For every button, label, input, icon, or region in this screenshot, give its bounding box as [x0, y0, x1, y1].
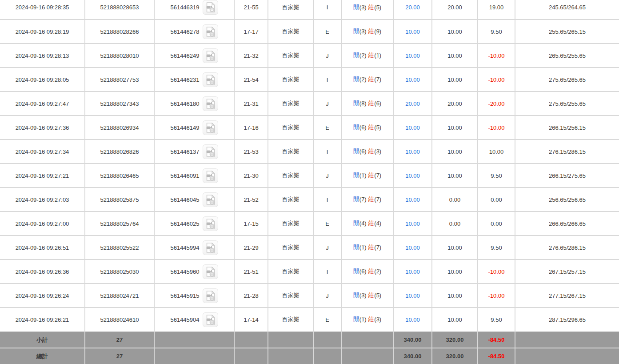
result-banker-score: (6)	[374, 100, 381, 107]
round-id: 561446231	[170, 76, 199, 83]
grand-total-bet-amount: 340.00	[393, 348, 432, 364]
round-id: 561445960	[170, 268, 199, 275]
cell-bet-area: J	[313, 284, 341, 308]
cell-result: 閒(1) 莊(3)	[341, 308, 393, 332]
cell-bet-amount: 10.00	[393, 212, 432, 236]
cell-round: 561446249	[154, 44, 234, 68]
cell-round: 561446137	[154, 140, 234, 164]
result-player-label: 閒	[353, 124, 359, 131]
round-id: 561446180	[170, 100, 199, 107]
bet-amount-link[interactable]: 10.00	[405, 196, 420, 203]
bet-amount-link[interactable]: 20.00	[405, 4, 420, 11]
bet-amount-link[interactable]: 10.00	[405, 244, 420, 251]
bet-amount-link[interactable]: 10.00	[405, 316, 420, 323]
round-id: 561446045	[170, 196, 199, 203]
subtotal-win-loss: -84.50	[478, 332, 515, 348]
cell-bet-amount: 20.00	[393, 92, 432, 116]
bet-amount-link[interactable]: 10.00	[405, 148, 420, 155]
cell-game-type: 百家樂	[268, 212, 313, 236]
bet-history-table-wrap: 2024-09-16 09:28:35 521888028653 5614463…	[0, 0, 619, 364]
video-file-icon	[205, 218, 216, 229]
table-row: 2024-09-16 09:26:51 521888025522 5614459…	[0, 236, 619, 260]
cell-win-loss: -10.00	[478, 284, 515, 308]
round-id: 561445994	[170, 244, 199, 251]
video-replay-button[interactable]	[203, 240, 218, 255]
video-file-icon	[205, 170, 216, 181]
cell-table-round: 17-14	[234, 308, 268, 332]
video-replay-button[interactable]	[203, 192, 218, 207]
bet-amount-link[interactable]: 10.00	[405, 28, 420, 35]
footer-empty-cell	[341, 348, 393, 364]
bet-amount-link[interactable]: 10.00	[405, 52, 420, 59]
video-replay-button[interactable]	[203, 120, 218, 135]
footer-empty-cell	[313, 348, 341, 364]
result-player-label: 閒	[353, 148, 359, 155]
video-replay-button[interactable]	[203, 144, 218, 159]
video-file-icon	[205, 146, 216, 157]
video-replay-button[interactable]	[203, 168, 218, 183]
cell-bet-id: 521888024610	[85, 308, 154, 332]
result-player-score: (2)	[359, 52, 367, 59]
cell-game-type: 百家樂	[268, 20, 313, 44]
result-banker-score: (5)	[374, 124, 381, 131]
cell-bet-id: 521888027753	[85, 68, 154, 92]
result-player-label: 閒	[353, 172, 359, 179]
video-file-icon	[205, 98, 216, 109]
bet-amount-link[interactable]: 10.00	[405, 268, 420, 275]
cell-round: 561445904	[154, 308, 234, 332]
result-banker-label: 莊	[368, 4, 374, 11]
cell-game-type: 百家樂	[268, 44, 313, 68]
cell-result: 閒(1) 莊(7)	[341, 164, 393, 188]
cell-game-type: 百家樂	[268, 188, 313, 212]
result-player-score: (2)	[359, 76, 367, 83]
cell-table-round: 21-31	[234, 92, 268, 116]
cell-bet-time: 2024-09-16 09:28:13	[0, 44, 85, 68]
video-replay-button[interactable]	[203, 288, 218, 303]
cell-bet-id: 521888025875	[85, 188, 154, 212]
bet-amount-link[interactable]: 10.00	[405, 172, 420, 179]
bet-amount-link[interactable]: 10.00	[405, 292, 420, 299]
cell-balance: 245.65/264.65	[515, 0, 619, 20]
result-player-score: (1)	[359, 172, 367, 179]
cell-win-loss: -10.00	[478, 44, 515, 68]
cell-round: 561446045	[154, 188, 234, 212]
subtotal-row: 小計 27 340.00 320.00 -84.50	[0, 332, 619, 348]
cell-result: 閒(2) 莊(1)	[341, 44, 393, 68]
video-file-icon	[205, 242, 216, 253]
cell-bet-area: E	[313, 20, 341, 44]
video-replay-button[interactable]	[203, 96, 218, 111]
result-player-label: 閒	[353, 196, 359, 203]
video-replay-button[interactable]	[203, 216, 218, 231]
cell-balance: 277.15/267.15	[515, 284, 619, 308]
cell-bet-id: 521888028010	[85, 44, 154, 68]
cell-round: 561445915	[154, 284, 234, 308]
cell-bet-id: 521888025764	[85, 212, 154, 236]
cell-game-type: 百家樂	[268, 260, 313, 284]
bet-amount-link[interactable]: 10.00	[405, 220, 420, 227]
video-replay-button[interactable]	[203, 72, 218, 87]
bet-history-table: 2024-09-16 09:28:35 521888028653 5614463…	[0, 0, 619, 364]
subtotal-label: 小計	[0, 332, 85, 348]
video-replay-button[interactable]	[203, 24, 218, 39]
cell-bet-area: I	[313, 0, 341, 20]
cell-bet-time: 2024-09-16 09:26:51	[0, 236, 85, 260]
bet-amount-link[interactable]: 10.00	[405, 76, 420, 83]
cell-valid-bet: 10.00	[432, 140, 478, 164]
bet-amount-link[interactable]: 20.00	[405, 100, 420, 107]
cell-table-round: 21-55	[234, 0, 268, 20]
video-replay-button[interactable]	[203, 0, 218, 15]
video-replay-button[interactable]	[203, 264, 218, 279]
cell-bet-time: 2024-09-16 09:27:03	[0, 188, 85, 212]
video-replay-button[interactable]	[203, 48, 218, 63]
cell-bet-area: E	[313, 308, 341, 332]
cell-bet-amount: 20.00	[393, 0, 432, 20]
result-banker-label: 莊	[368, 244, 374, 251]
result-player-score: (6)	[359, 268, 367, 275]
table-row: 2024-09-16 09:28:19 521888028266 5614462…	[0, 20, 619, 44]
cell-valid-bet: 0.00	[432, 212, 478, 236]
footer-empty-cell	[313, 332, 341, 348]
bet-amount-link[interactable]: 10.00	[405, 124, 420, 131]
video-replay-button[interactable]	[203, 312, 218, 327]
result-player-label: 閒	[353, 28, 359, 35]
round-id: 561445904	[170, 316, 199, 323]
